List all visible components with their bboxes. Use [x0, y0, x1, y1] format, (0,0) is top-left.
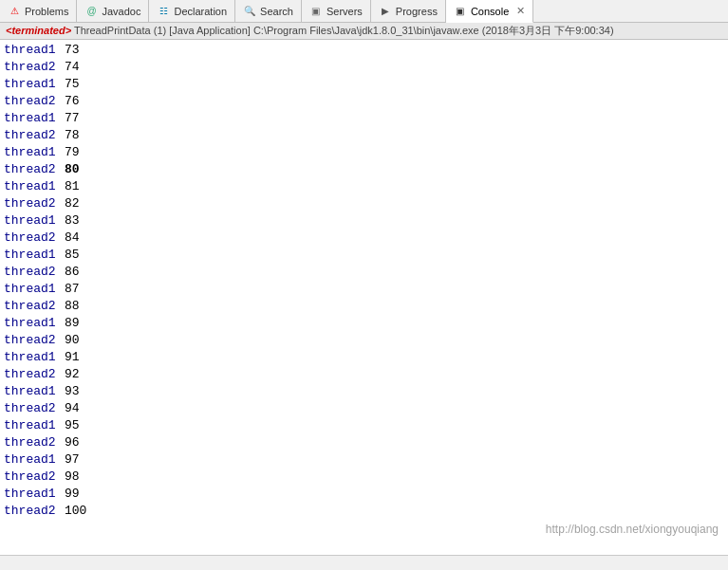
table-row: thread2100: [4, 503, 724, 520]
close-icon[interactable]: ✕: [516, 5, 525, 17]
tab-console[interactable]: ▣Console✕: [446, 0, 533, 23]
thread-value: 80: [65, 161, 80, 178]
thread-value: 96: [65, 434, 80, 451]
table-row: thread189: [4, 315, 724, 332]
thread-value: 83: [65, 212, 80, 230]
table-row: thread284: [4, 230, 724, 247]
thread-value: 99: [65, 486, 80, 503]
table-row: thread298: [4, 469, 724, 486]
progress-icon: ▶: [379, 5, 392, 18]
table-row: thread290: [4, 332, 724, 349]
thread-name: thread2: [4, 195, 61, 212]
thread-value: 94: [65, 400, 80, 417]
table-row: thread282: [4, 195, 724, 212]
thread-name: thread2: [4, 59, 61, 76]
thread-name: thread1: [4, 42, 61, 59]
table-row: thread274: [4, 59, 724, 76]
thread-name: thread1: [4, 486, 61, 503]
table-row: thread177: [4, 110, 724, 127]
thread-value: 85: [65, 247, 80, 264]
thread-value: 90: [65, 332, 80, 349]
thread-name: thread1: [4, 349, 61, 366]
thread-value: 97: [65, 451, 80, 469]
table-row: thread173: [4, 42, 724, 59]
table-row: thread175: [4, 76, 724, 93]
tab-label-declaration: Declaration: [174, 6, 227, 17]
table-row: thread181: [4, 178, 724, 195]
table-row: thread278: [4, 127, 724, 144]
tab-javadoc[interactable]: @Javadoc: [77, 0, 149, 22]
tab-label-problems: Problems: [25, 6, 68, 17]
tab-servers[interactable]: ▣Servers: [302, 0, 371, 22]
thread-name: thread1: [4, 212, 61, 230]
tab-bar: ⚠Problems@Javadoc☷Declaration🔍Search▣Ser…: [0, 0, 728, 23]
console-body[interactable]: thread173thread274thread175thread276thre…: [0, 40, 728, 555]
table-row: thread288: [4, 298, 724, 315]
thread-value: 81: [65, 178, 80, 195]
tab-label-console: Console: [471, 6, 509, 17]
thread-name: thread2: [4, 469, 61, 486]
thread-name: thread2: [4, 400, 61, 417]
thread-name: thread1: [4, 417, 61, 434]
thread-name: thread2: [4, 264, 61, 281]
thread-value: 76: [65, 93, 80, 110]
thread-name: thread2: [4, 127, 61, 144]
thread-name: thread1: [4, 247, 61, 264]
bottom-scrollbar[interactable]: [0, 555, 728, 570]
thread-name: thread1: [4, 281, 61, 298]
thread-value: 74: [65, 59, 80, 76]
tab-label-javadoc: Javadoc: [102, 6, 140, 17]
problems-icon: ⚠: [8, 5, 21, 18]
table-row: thread187: [4, 281, 724, 298]
table-row: thread197: [4, 451, 724, 469]
tab-label-search: Search: [260, 6, 293, 17]
thread-name: thread1: [4, 178, 61, 195]
thread-name: thread1: [4, 383, 61, 400]
table-row: thread195: [4, 417, 724, 434]
status-terminated: <terminated>: [6, 25, 71, 36]
status-info: ThreadPrintData (1) [Java Application] C…: [71, 25, 613, 36]
thread-name: thread2: [4, 503, 61, 520]
thread-name: thread2: [4, 332, 61, 349]
thread-name: thread2: [4, 93, 61, 110]
thread-name: thread1: [4, 144, 61, 161]
table-row: thread276: [4, 93, 724, 110]
table-row: thread280: [4, 161, 724, 178]
search-icon: 🔍: [243, 5, 256, 18]
javadoc-icon: @: [84, 5, 98, 18]
tab-label-progress: Progress: [396, 6, 438, 17]
thread-value: 92: [65, 366, 80, 383]
table-row: thread199: [4, 486, 724, 503]
table-row: thread193: [4, 383, 724, 400]
thread-value: 91: [65, 349, 80, 366]
thread-value: 77: [65, 110, 80, 127]
thread-value: 82: [65, 195, 80, 212]
thread-value: 93: [65, 383, 80, 400]
thread-value: 98: [65, 469, 80, 486]
thread-value: 79: [65, 144, 80, 161]
thread-value: 75: [65, 76, 80, 93]
table-row: thread286: [4, 264, 724, 281]
thread-name: thread2: [4, 161, 61, 178]
thread-name: thread1: [4, 315, 61, 332]
table-row: thread185: [4, 247, 724, 264]
tab-problems[interactable]: ⚠Problems: [0, 0, 77, 22]
servers-icon: ▣: [309, 5, 323, 18]
table-row: thread296: [4, 434, 724, 451]
status-bar: <terminated> ThreadPrintData (1) [Java A…: [0, 23, 728, 40]
thread-name: thread2: [4, 298, 61, 315]
console-wrapper: thread173thread274thread175thread276thre…: [0, 40, 728, 555]
tab-declaration[interactable]: ☷Declaration: [149, 0, 235, 22]
thread-value: 78: [65, 127, 80, 144]
thread-value: 84: [65, 230, 80, 247]
thread-value: 86: [65, 264, 80, 281]
thread-value: 95: [65, 417, 80, 434]
console-icon: ▣: [454, 5, 467, 18]
tab-progress[interactable]: ▶Progress: [371, 0, 446, 22]
thread-name: thread1: [4, 110, 61, 127]
table-row: thread191: [4, 349, 724, 366]
tab-search[interactable]: 🔍Search: [235, 0, 302, 22]
watermark-text: http://blog.csdn.net/xiongyouqiang: [546, 523, 719, 536]
table-row: thread179: [4, 144, 724, 161]
thread-name: thread1: [4, 451, 61, 469]
